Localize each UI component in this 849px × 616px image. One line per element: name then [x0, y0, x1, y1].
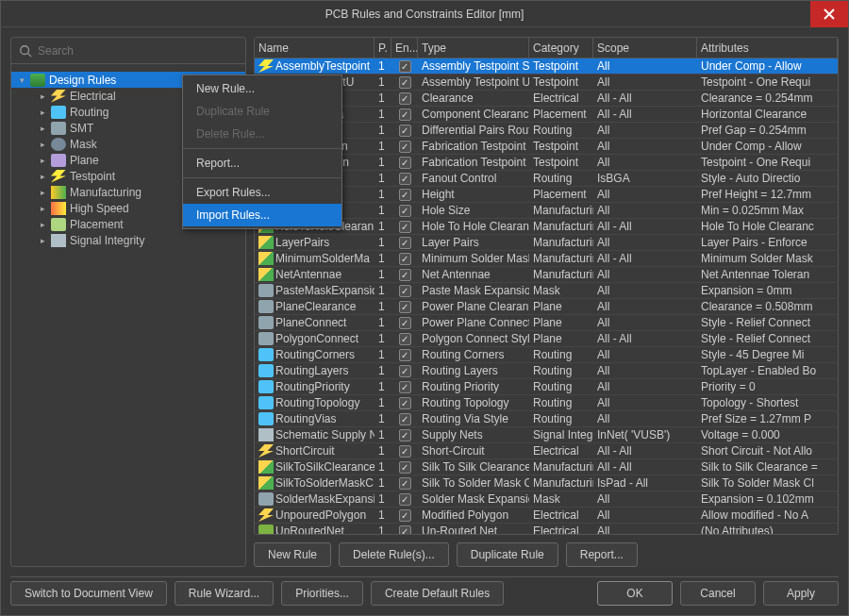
menu-item-report[interactable]: Report... [183, 152, 341, 175]
enabled-checkbox[interactable] [399, 317, 411, 329]
chevron-right-icon[interactable]: ▸ [38, 140, 47, 149]
enabled-checkbox[interactable] [399, 237, 411, 249]
enabled-checkbox[interactable] [399, 253, 411, 265]
enabled-checkbox[interactable] [399, 445, 411, 458]
apply-button[interactable]: Apply [763, 581, 839, 606]
grid-row[interactable]: PlaneConnect1Power Plane ConnectPlaneAll… [255, 315, 838, 331]
chevron-right-icon[interactable]: ▸ [38, 108, 47, 117]
col-priority[interactable]: P. [375, 38, 391, 58]
cell-attributes: Clearance = 0.508mm [697, 300, 838, 313]
enabled-checkbox[interactable] [399, 108, 411, 121]
col-name[interactable]: Name [255, 38, 375, 58]
enabled-checkbox[interactable] [399, 157, 411, 169]
grid-row[interactable]: RoutingTopology1Routing TopologyRoutingA… [255, 395, 838, 411]
cell-attributes: Pref Size = 1.27mm P [697, 412, 838, 425]
enabled-checkbox[interactable] [399, 92, 411, 105]
grid-row[interactable]: PasteMaskExpansio1Paste Mask ExpansionMa… [255, 283, 838, 299]
chevron-right-icon[interactable]: ▸ [38, 188, 47, 197]
chevron-right-icon[interactable]: ▸ [38, 236, 47, 245]
grid-row[interactable]: AssemblyTestpoint1Assembly Testpoint StT… [255, 58, 838, 75]
enabled-checkbox[interactable] [399, 413, 411, 425]
grid-row[interactable]: Schematic Supply N1Supply NetsSignal Int… [255, 427, 838, 443]
tree-item-signal-integrity[interactable]: ▸Signal Integrity [11, 232, 245, 248]
enabled-checkbox[interactable] [399, 493, 411, 506]
grid-row[interactable]: SilkToSilkClearance1Silk To Silk Clearan… [255, 459, 838, 475]
menu-item-import-rules[interactable]: Import Rules... [183, 204, 341, 226]
priorities-button[interactable]: Priorities... [281, 581, 363, 606]
menu-item-export-rules[interactable]: Export Rules... [183, 181, 341, 204]
grid-row[interactable]: PlaneClearance1Power Plane ClearancPlane… [255, 299, 838, 315]
report-button[interactable]: Report... [566, 542, 638, 567]
context-menu[interactable]: New Rule...Duplicate RuleDelete Rule...R… [182, 75, 342, 229]
enabled-checkbox[interactable] [399, 60, 411, 73]
enabled-checkbox[interactable] [399, 381, 411, 393]
enabled-checkbox[interactable] [399, 205, 411, 217]
grid-row[interactable]: NetAntennae1Net AntennaeManufacturinAllN… [255, 267, 838, 283]
grid-row[interactable]: LayerPairs1Layer PairsManufacturinAllLay… [255, 235, 838, 251]
grid-toolbar: New Rule Delete Rule(s)... Duplicate Rul… [254, 541, 839, 567]
chevron-right-icon[interactable]: ▸ [38, 92, 47, 101]
duplicate-rule-button[interactable]: Duplicate Rule [457, 542, 558, 567]
chevron-right-icon[interactable]: ▸ [38, 220, 47, 229]
chevron-right-icon[interactable]: ▸ [38, 156, 47, 165]
cell-name: PasteMaskExpansio [275, 284, 375, 297]
col-scope[interactable]: Scope [593, 38, 697, 58]
enabled-checkbox[interactable] [399, 173, 411, 185]
cell-attributes: Allow modified - No A [697, 508, 838, 522]
delete-rule-button[interactable]: Delete Rule(s)... [339, 542, 449, 567]
cell-scope: All [593, 284, 697, 297]
enabled-checkbox[interactable] [399, 397, 411, 409]
rule-wizard-button[interactable]: Rule Wizard... [175, 581, 274, 606]
cell-category: Manufacturin [529, 252, 593, 265]
enabled-checkbox[interactable] [399, 365, 411, 377]
col-enabled[interactable]: En... [391, 38, 418, 58]
enabled-checkbox[interactable] [399, 269, 411, 281]
enabled-checkbox[interactable] [399, 509, 411, 522]
grid-row[interactable]: SilkToSolderMaskC1Silk To Solder Mask Cl… [255, 475, 838, 491]
enabled-checkbox[interactable] [399, 221, 411, 233]
switch-view-button[interactable]: Switch to Document View [10, 581, 167, 606]
col-category[interactable]: Category [529, 38, 593, 58]
col-type[interactable]: Type [418, 38, 529, 58]
new-rule-button[interactable]: New Rule [254, 542, 331, 567]
grid-row[interactable]: UnRoutedNet1Un-Routed NetElectricalAll(N… [255, 524, 838, 534]
ok-button[interactable]: OK [597, 581, 673, 606]
enabled-checkbox[interactable] [399, 429, 411, 441]
cell-attributes: Topology - Shortest [697, 396, 838, 409]
grid-row[interactable]: RoutingCorners1Routing CornersRoutingAll… [255, 347, 838, 363]
grid-row[interactable]: RoutingLayers1Routing LayersRoutingAllTo… [255, 363, 838, 379]
grid-row[interactable]: RoutingVias1Routing Via StyleRoutingAllP… [255, 411, 838, 427]
cell-type: Un-Routed Net [418, 524, 529, 534]
enabled-checkbox[interactable] [399, 525, 411, 534]
enabled-checkbox[interactable] [399, 349, 411, 361]
enabled-checkbox[interactable] [399, 125, 411, 137]
search-input[interactable] [38, 44, 238, 58]
grid-row[interactable]: PolygonConnect1Polygon Connect StylePlan… [255, 331, 838, 347]
enabled-checkbox[interactable] [399, 189, 411, 201]
grid-header[interactable]: Name P. En... Type Category Scope Attrib… [255, 38, 838, 58]
grid-row[interactable]: MinimumSolderMa1Minimum Solder MaskManuf… [255, 251, 838, 267]
cancel-button[interactable]: Cancel [680, 581, 756, 606]
smt-icon [51, 122, 66, 135]
close-button[interactable] [810, 1, 848, 27]
enabled-checkbox[interactable] [399, 141, 411, 153]
chevron-right-icon[interactable]: ▸ [38, 204, 47, 213]
menu-separator [183, 177, 341, 178]
create-default-rules-button[interactable]: Create Default Rules [371, 581, 504, 606]
enabled-checkbox[interactable] [399, 301, 411, 313]
enabled-checkbox[interactable] [399, 285, 411, 297]
grid-row[interactable]: RoutingPriority1Routing PriorityRoutingA… [255, 379, 838, 395]
menu-item-new-rule[interactable]: New Rule... [183, 77, 341, 100]
expander-icon[interactable]: ▾ [17, 75, 26, 85]
grid-row[interactable]: ShortCircuit1Short-CircuitElectricalAll … [255, 443, 838, 459]
grid-row[interactable]: SolderMaskExpansi1Solder Mask ExpansioMa… [255, 491, 838, 508]
chevron-right-icon[interactable]: ▸ [38, 124, 47, 133]
enabled-checkbox[interactable] [399, 461, 411, 474]
cell-attributes: (No Attributes) [697, 524, 838, 534]
chevron-right-icon[interactable]: ▸ [38, 172, 47, 181]
enabled-checkbox[interactable] [399, 333, 411, 345]
col-attributes[interactable]: Attributes [697, 38, 838, 58]
grid-row[interactable]: UnpouredPolygon1Modified PolygonElectric… [255, 508, 838, 524]
enabled-checkbox[interactable] [399, 477, 411, 490]
enabled-checkbox[interactable] [399, 76, 411, 89]
